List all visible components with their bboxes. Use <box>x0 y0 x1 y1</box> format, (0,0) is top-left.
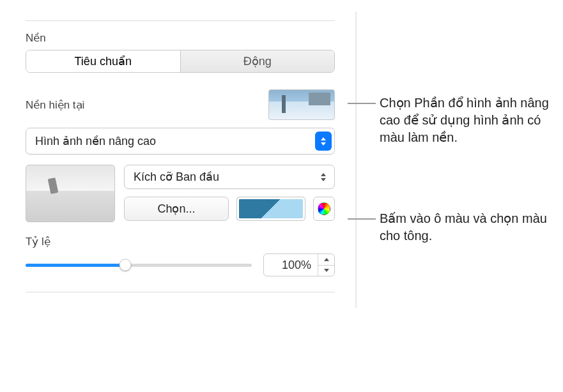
color-picker-button[interactable] <box>313 197 335 221</box>
background-inspector-panel: Nền Tiêu chuẩn Động Nền hiện tại Hình ản… <box>12 11 357 308</box>
stepper-up-button[interactable] <box>318 254 334 266</box>
current-background-thumbnail[interactable] <box>268 89 335 120</box>
scale-value: 100% <box>264 259 318 272</box>
image-preview-thumbnail[interactable] <box>26 165 115 222</box>
callout-color-well: Bấm vào ô màu và chọn màu cho tông. <box>360 210 551 245</box>
divider <box>26 292 335 292</box>
tab-standard[interactable]: Tiêu chuẩn <box>26 50 181 72</box>
stepper-down-button[interactable] <box>318 266 334 276</box>
divider <box>26 20 335 21</box>
size-mode-value: Kích cỡ Ban đầu <box>134 170 219 184</box>
help-callouts: Chọn Phần đổ hình ảnh nâng cao để sử dụn… <box>357 11 551 308</box>
tab-dynamic[interactable]: Động <box>181 50 335 72</box>
fill-type-value: Hình ảnh nền nâng cao <box>35 134 156 148</box>
background-mode-segmented-control[interactable]: Tiêu chuẩn Động <box>26 50 335 73</box>
choose-image-button[interactable]: Chọn... <box>124 197 229 221</box>
slider-knob-icon[interactable] <box>119 259 131 271</box>
fill-type-popup[interactable]: Hình ảnh nền nâng cao <box>26 128 335 155</box>
section-heading-background: Nền <box>26 31 335 45</box>
size-mode-popup[interactable]: Kích cỡ Ban đầu <box>124 165 335 189</box>
color-wheel-icon <box>318 202 330 215</box>
scale-slider[interactable] <box>26 257 252 273</box>
callout-fill-type: Chọn Phần đổ hình ảnh nâng cao để sử dụn… <box>360 94 551 146</box>
scale-stepper[interactable]: 100% <box>263 253 335 276</box>
popup-arrows-icon <box>315 167 332 186</box>
label-scale: Tỷ lệ <box>26 235 335 248</box>
popup-arrows-icon <box>315 132 332 151</box>
label-current-background: Nền hiện tại <box>26 98 84 112</box>
tint-color-well[interactable] <box>236 197 305 221</box>
